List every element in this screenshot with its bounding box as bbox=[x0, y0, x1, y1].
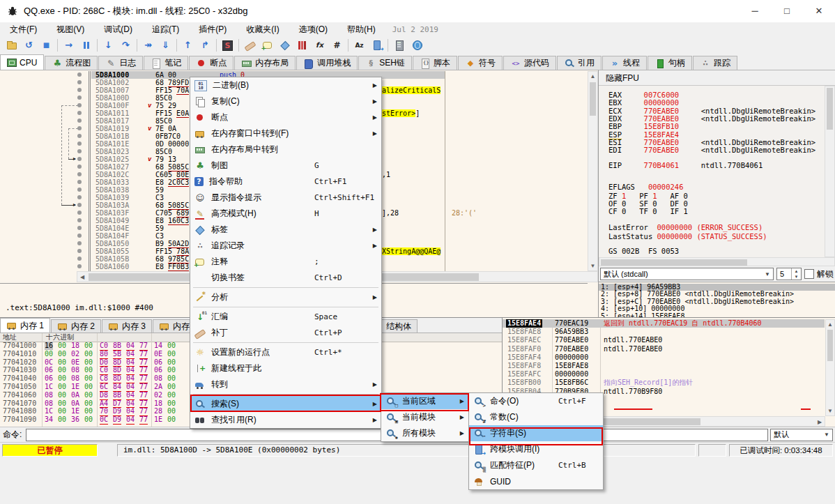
menu-item-current-module[interactable]: ▣当前模块▶ bbox=[381, 409, 468, 425]
menu-item-highlight-mode[interactable]: 高亮模式(H)H bbox=[190, 206, 381, 222]
toolbar-button-execute-till-return[interactable] bbox=[157, 38, 174, 53]
breakpoint-dot-icon[interactable] bbox=[77, 80, 82, 84]
menu-item-show-instruction-tips[interactable]: 显示指令提示Ctrl+Shift+F1 bbox=[190, 190, 381, 206]
menu-item-assemble[interactable]: 汇编Space bbox=[190, 309, 381, 325]
stepper-arrows-icon[interactable]: ▲▼ bbox=[791, 268, 801, 280]
menu-item-goto-in-dump[interactable]: 在内存窗口中转到(F)▶ bbox=[190, 125, 381, 142]
toolbar-button-run-to-user-code[interactable] bbox=[197, 38, 214, 53]
menu-item-all-modules[interactable]: ✱所有模块▶ bbox=[381, 425, 468, 441]
breakpoint-dot-icon[interactable] bbox=[77, 218, 82, 222]
menu-item-instruction-help[interactable]: 指令帮助Ctrl+F1 bbox=[190, 174, 381, 190]
menu-item-command[interactable]: >命令(O)Ctrl+F bbox=[469, 393, 603, 409]
menu-item-intermodular-calls[interactable]: 跨模块调用(I) bbox=[469, 441, 603, 457]
close-button[interactable]: ✕ bbox=[803, 0, 835, 22]
segment-registers-row[interactable]: GS 002B FS 0053 bbox=[608, 247, 679, 255]
menu-item-search[interactable]: 搜索(S)▶ bbox=[190, 396, 381, 412]
register-row-ebp[interactable]: EBP 15E8FB10 bbox=[608, 122, 679, 130]
breakpoint-dot-icon[interactable] bbox=[77, 226, 82, 230]
command-mode-select[interactable]: 默认 ▼ bbox=[770, 429, 833, 441]
toolbar-button-comment[interactable] bbox=[259, 38, 276, 53]
toolbar-button-internet[interactable] bbox=[408, 38, 425, 53]
menu-item-find-references[interactable]: 查找引用(R)▶ bbox=[190, 412, 381, 428]
toolbar-button-step-out[interactable] bbox=[179, 38, 197, 53]
toolbar-button-strings-badge[interactable] bbox=[219, 38, 236, 53]
breakpoint-dot-icon[interactable] bbox=[77, 96, 82, 100]
breakpoint-dot-icon[interactable] bbox=[77, 257, 82, 261]
register-row-ebx[interactable]: EBX 00000000 bbox=[608, 98, 679, 107]
breakpoint-dot-icon[interactable] bbox=[77, 264, 82, 268]
breakpoint-dot-icon[interactable] bbox=[77, 211, 82, 215]
register-row-eflags[interactable]: EFLAGS 00000246 bbox=[608, 183, 683, 191]
tab-log[interactable]: 日志 bbox=[98, 56, 143, 70]
dump-tab-dump-3[interactable]: 内存 3 bbox=[102, 319, 152, 333]
stack-row[interactable]: 15E8FAF0770EABE0ntdll.770EABE0 bbox=[503, 345, 825, 353]
stack-row[interactable]: 15E8FAF815E8FAE8 bbox=[503, 362, 825, 370]
menubar-item-3[interactable]: 追踪(T) bbox=[142, 22, 189, 36]
toolbar-button-open-folder[interactable] bbox=[3, 38, 20, 53]
stack-row[interactable]: 15E8FAE4770EAC19返回到 ntdll.770EAC19 自 ntd… bbox=[503, 319, 825, 328]
breakpoint-dot-icon[interactable] bbox=[77, 188, 82, 192]
breakpoint-dot-icon[interactable] bbox=[77, 119, 82, 123]
menubar-item-5[interactable]: 收藏夹(I) bbox=[236, 22, 289, 36]
tab-trace[interactable]: 跟踪 bbox=[693, 56, 737, 70]
tab-breakpoints[interactable]: 断点 bbox=[189, 56, 233, 70]
breakpoint-dot-icon[interactable] bbox=[77, 111, 82, 115]
toolbar-button-function[interactable] bbox=[311, 38, 328, 53]
menu-item-set-new-origin[interactable]: 设置新的运行点Ctrl+* bbox=[190, 344, 381, 360]
breakpoint-dot-icon[interactable] bbox=[77, 88, 82, 92]
disasm-vscrollbar[interactable]: ▲ ▼ bbox=[588, 71, 598, 271]
tab-notes[interactable]: 笔记 bbox=[144, 56, 188, 70]
calling-convention-select[interactable]: 默认 (stdcall) ▼ bbox=[600, 268, 774, 280]
menubar-item-7[interactable]: 帮助(H) bbox=[337, 22, 385, 36]
breakpoint-dot-icon[interactable] bbox=[77, 234, 82, 238]
toolbar-button-trace-into[interactable] bbox=[139, 38, 157, 53]
breakpoint-dot-icon[interactable] bbox=[77, 157, 82, 161]
stack-row[interactable]: 15E8FAFC00000000 bbox=[503, 370, 825, 379]
stack-row[interactable]: 15E8FAE896A59BB3 bbox=[503, 328, 825, 336]
dump-tab-dump-2[interactable]: 内存 2 bbox=[51, 319, 101, 333]
register-row-ecx[interactable]: ECX 770EABE0 <ntdll.DbgUiRemoteBreakin> bbox=[608, 107, 815, 115]
tab-memory-map[interactable]: 内存布局 bbox=[234, 56, 296, 70]
menu-item-binary[interactable]: 二进制(B)▶ bbox=[190, 77, 381, 93]
tab-cpu[interactable]: CPU bbox=[0, 54, 44, 70]
tab-graph[interactable]: 流程图 bbox=[45, 56, 98, 70]
register-row-edx[interactable]: EDX 770EABE0 <ntdll.DbgUiRemoteBreakin> bbox=[608, 114, 815, 123]
tab-seh-chain[interactable]: SEH链 bbox=[358, 56, 412, 70]
minimize-button[interactable]: ─ bbox=[739, 0, 771, 22]
toolbar-button-stop[interactable] bbox=[38, 38, 55, 53]
toolbar-button-bookmark-books[interactable] bbox=[293, 38, 311, 53]
breakpoint-dot-icon[interactable] bbox=[77, 142, 82, 146]
breakpoint-dot-icon[interactable] bbox=[77, 149, 82, 153]
menu-item-string-references[interactable]: ❞字符串(S) bbox=[469, 425, 603, 441]
toolbar-button-label[interactable] bbox=[276, 38, 293, 53]
menubar-item-4[interactable]: 插件(P) bbox=[189, 22, 236, 36]
menu-item-constant[interactable]: #常数(C) bbox=[469, 409, 603, 425]
tab-threads[interactable]: 线程 bbox=[602, 56, 647, 70]
breakpoint-dot-icon[interactable] bbox=[77, 172, 82, 176]
breakpoint-dot-icon[interactable] bbox=[77, 203, 82, 207]
registers-vscrollbar[interactable] bbox=[825, 86, 835, 257]
toolbar-button-patch[interactable] bbox=[241, 38, 259, 53]
register-row-eip[interactable]: EIP 770B4061 ntdll.770B4061 bbox=[608, 161, 763, 169]
menu-item-goto[interactable]: 转到▶ bbox=[190, 376, 381, 392]
tab-symbols[interactable]: 符号 bbox=[458, 56, 503, 70]
menubar-item-1[interactable]: 视图(V) bbox=[47, 22, 94, 36]
toolbar-button-calculator[interactable] bbox=[390, 38, 408, 53]
register-row-eax[interactable]: EAX 007C6000 bbox=[608, 91, 679, 99]
toolbar-button-step-into[interactable] bbox=[100, 38, 117, 53]
toolbar-button-syscall-phone[interactable] bbox=[368, 38, 385, 53]
flags-row[interactable]: CF 0 TF 0 IF 1 bbox=[608, 207, 688, 215]
breakpoint-dot-icon[interactable] bbox=[77, 72, 82, 77]
tab-references[interactable]: 引用 bbox=[557, 56, 602, 70]
menu-item-copy[interactable]: 复制(C)▶ bbox=[190, 93, 381, 109]
stack-vscrollbar[interactable]: ▲ ▼ bbox=[825, 319, 835, 416]
toolbar-button-case[interactable] bbox=[351, 38, 368, 53]
menubar-item-0[interactable]: 文件(F) bbox=[0, 22, 47, 36]
breakpoint-dot-icon[interactable] bbox=[77, 165, 82, 169]
arguments-view[interactable]: 1: [esp+4] 96A59BB32: [esp+8] 770EABE0 <… bbox=[599, 282, 835, 318]
unlock-checkbox[interactable] bbox=[804, 269, 814, 279]
menu-item-current-region[interactable]: □当前区域▶ bbox=[381, 393, 468, 409]
menu-item-goto-in-memory-map[interactable]: 在内存布局中转到 bbox=[190, 142, 381, 158]
stack-row[interactable]: 15E8FAEC770EABE0ntdll.770EABE0 bbox=[503, 336, 825, 344]
toolbar-button-step-over[interactable] bbox=[117, 38, 135, 53]
